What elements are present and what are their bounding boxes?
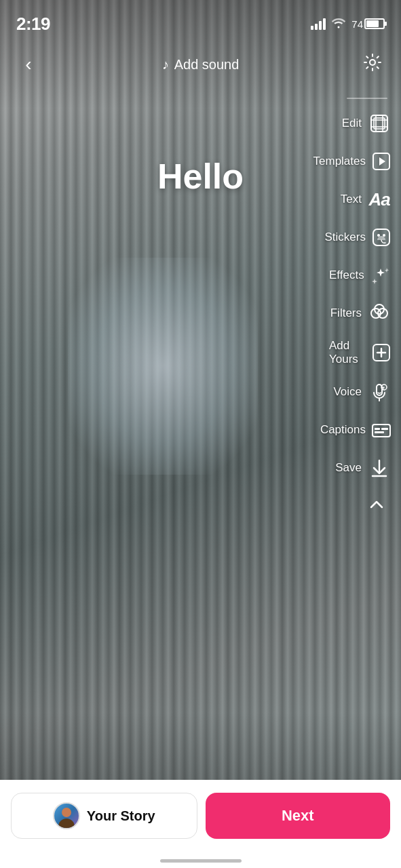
settings-button[interactable] [358, 50, 387, 79]
toolbar-item-edit[interactable]: Edit [326, 104, 394, 142]
collapse-button[interactable] [362, 490, 392, 519]
add-sound-button[interactable]: ♪ Add sound [162, 57, 240, 73]
toolbar-divider [347, 98, 387, 99]
toolbar-label-voice: Voice [333, 385, 362, 399]
add-yours-icon [371, 340, 392, 365]
edit-icon [367, 111, 392, 136]
signal-icon [311, 18, 326, 30]
toolbar-item-captions[interactable]: Captions [326, 411, 394, 449]
toolbar-label-templates: Templates [313, 155, 366, 168]
svg-point-20 [383, 389, 384, 390]
toolbar-item-filters[interactable]: Filters [326, 294, 394, 332]
captions-icon [371, 418, 392, 442]
toolbar-item-text[interactable]: Text Aa [326, 180, 394, 218]
toolbar-label-filters: Filters [330, 307, 362, 320]
svg-marker-8 [379, 157, 385, 165]
svg-rect-21 [373, 425, 390, 437]
save-icon [367, 456, 392, 480]
status-icons: 74 [311, 16, 385, 32]
status-bar: 2:19 74 [0, 0, 401, 41]
svg-rect-23 [375, 431, 384, 433]
svg-rect-24 [381, 428, 388, 430]
gradient-bottom [0, 712, 401, 780]
toolbar-item-templates[interactable]: Templates [326, 142, 394, 180]
text-icon: Aa [367, 187, 392, 212]
templates-icon [371, 149, 392, 174]
home-indicator [160, 859, 242, 863]
right-toolbar: Edit Templates Text Aa [326, 95, 401, 519]
toolbar-label-add-yours: Add Yours [329, 339, 366, 366]
battery-icon: 74 [351, 18, 385, 30]
toolbar-item-voice[interactable]: Voice [326, 373, 394, 411]
svg-point-0 [370, 60, 375, 65]
chevron-up-icon [367, 495, 386, 514]
toolbar-item-add-yours[interactable]: Add Yours [326, 332, 394, 373]
status-time: 2:19 [16, 14, 50, 35]
svg-point-11 [383, 234, 385, 237]
toolbar-label-text: Text [341, 193, 362, 206]
back-button[interactable]: ‹ [14, 50, 43, 79]
toolbar-label-edit: Edit [342, 117, 362, 130]
add-sound-label: Add sound [174, 57, 240, 73]
wifi-icon [331, 16, 346, 32]
gear-icon [362, 52, 383, 77]
toolbar-label-stickers: Stickers [325, 231, 366, 244]
toolbar-item-save[interactable]: Save [326, 449, 394, 487]
svg-point-10 [377, 234, 380, 237]
next-label: Next [282, 807, 314, 825]
avatar [53, 802, 80, 829]
window-light [68, 258, 258, 475]
filters-icon [367, 301, 392, 326]
toolbar-label-effects: Effects [329, 269, 364, 282]
top-bar: ‹ ♪ Add sound [0, 41, 401, 88]
stickers-icon [371, 225, 392, 250]
music-icon: ♪ [162, 57, 169, 73]
back-icon: ‹ [25, 55, 31, 74]
next-button[interactable]: Next [206, 793, 391, 839]
your-story-label: Your Story [87, 808, 155, 824]
voice-icon [367, 380, 392, 404]
effects-icon [370, 263, 392, 288]
toolbar-label-save: Save [335, 461, 362, 475]
your-story-button[interactable]: Your Story [11, 793, 197, 839]
toolbar-item-stickers[interactable]: Stickers [326, 218, 394, 256]
svg-rect-22 [375, 428, 380, 430]
toolbar-label-captions: Captions [320, 423, 366, 437]
toolbar-item-effects[interactable]: Effects [326, 256, 394, 294]
bottom-bar: Your Story Next [0, 780, 401, 868]
